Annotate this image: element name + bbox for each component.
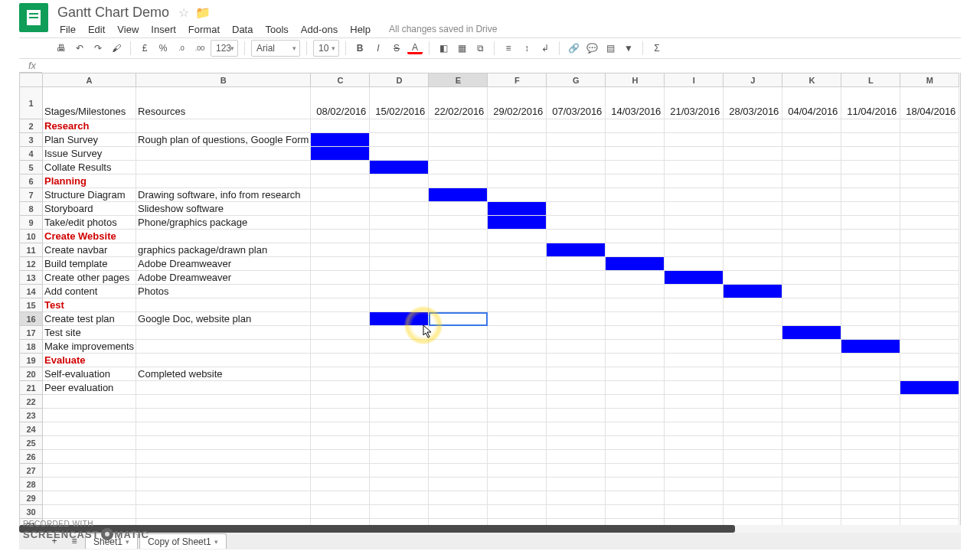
cell-C15[interactable] [311,298,370,312]
cell-L7[interactable] [841,188,900,202]
cell-J7[interactable] [724,188,782,202]
cell-B22[interactable] [136,395,311,409]
cell-B23[interactable] [136,409,311,422]
cell-A25[interactable] [43,436,136,450]
cell-E1[interactable]: 22/02/2016 [429,87,488,119]
cell-D26[interactable] [370,450,429,464]
cell-H24[interactable] [606,422,665,436]
cell-M3[interactable] [900,133,959,147]
col-header-D[interactable]: D [370,73,429,87]
cell-E15[interactable] [429,298,488,312]
cell-M22[interactable] [900,395,959,409]
cell-F2[interactable] [488,119,547,133]
cell-G14[interactable] [547,285,606,298]
cell-I25[interactable] [665,436,724,450]
cell-J10[interactable] [724,230,782,243]
cell-M24[interactable] [900,422,959,436]
cell-F25[interactable] [488,436,547,450]
cell-K12[interactable] [782,257,841,271]
cell-A12[interactable]: Build template [43,257,136,271]
cell-K4[interactable] [782,147,841,161]
cell-K29[interactable] [782,491,841,505]
cell-F5[interactable] [488,161,547,174]
cell-E6[interactable] [429,174,488,188]
row-header-2[interactable]: 2 [20,119,43,133]
cell-H2[interactable] [606,119,665,133]
cell-M15[interactable] [900,298,959,312]
cell-C19[interactable] [311,354,370,367]
menu-addons[interactable]: Add-ons [295,22,344,37]
menu-data[interactable]: Data [226,22,259,37]
cell-M8[interactable] [900,202,959,216]
cell-H15[interactable] [606,298,665,312]
cell-F28[interactable] [488,478,547,491]
cell-J2[interactable] [724,119,782,133]
menu-format[interactable]: Format [182,22,226,37]
row-header-15[interactable]: 15 [20,298,43,312]
cell-E24[interactable] [429,422,488,436]
cell-D28[interactable] [370,478,429,491]
col-header-M[interactable]: M [900,73,959,87]
cell-J24[interactable] [724,422,782,436]
cell-F23[interactable] [488,409,547,422]
paint-format-icon[interactable]: 🖌 [109,41,124,56]
cell-D6[interactable] [370,174,429,188]
cell-I4[interactable] [665,147,724,161]
cell-H30[interactable] [606,505,665,519]
cell-I7[interactable] [665,188,724,202]
cell-B20[interactable]: Completed website [136,367,311,381]
comment-icon[interactable]: 💬 [584,41,599,56]
cell-L27[interactable] [841,464,900,478]
menu-edit[interactable]: Edit [82,22,111,37]
cell-J21[interactable] [724,381,782,395]
cell-G10[interactable] [547,230,606,243]
cell-H12[interactable] [606,257,665,271]
cell-I8[interactable] [665,202,724,216]
cell-J13[interactable] [724,271,782,285]
col-header-L[interactable]: L [841,73,900,87]
cell-B8[interactable]: Slideshow software [136,202,311,216]
cell-K25[interactable] [782,436,841,450]
cell-K21[interactable] [782,381,841,395]
cell-J28[interactable] [724,478,782,491]
cell-E22[interactable] [429,395,488,409]
row-header-12[interactable]: 12 [20,257,43,271]
cell-A19[interactable]: Evaluate [43,354,136,367]
cell-B9[interactable]: Phone/graphics package [136,216,311,230]
cell-A27[interactable] [43,464,136,478]
cell-B13[interactable]: Adobe Dreamweaver [136,271,311,285]
cell-H7[interactable] [606,188,665,202]
cell-L29[interactable] [841,491,900,505]
cell-C18[interactable] [311,340,370,354]
cell-G30[interactable] [547,505,606,519]
cell-E9[interactable] [429,216,488,230]
cell-E8[interactable] [429,202,488,216]
cell-I20[interactable] [665,367,724,381]
cell-F6[interactable] [488,174,547,188]
cell-D12[interactable] [370,257,429,271]
cell-D27[interactable] [370,464,429,478]
folder-icon[interactable]: 📁 [195,5,211,20]
spreadsheet-grid[interactable]: ABCDEFGHIJKLM1Stages/MilestonesResources… [19,73,961,536]
cell-K24[interactable] [782,422,841,436]
cell-D10[interactable] [370,230,429,243]
cell-G4[interactable] [547,147,606,161]
cell-H3[interactable] [606,133,665,147]
cell-H26[interactable] [606,450,665,464]
cell-K22[interactable] [782,395,841,409]
increase-decimal-icon[interactable]: .00 [192,41,207,56]
cell-E14[interactable] [429,285,488,298]
cell-G5[interactable] [547,161,606,174]
cell-I19[interactable] [665,354,724,367]
cell-I9[interactable] [665,216,724,230]
cell-H27[interactable] [606,464,665,478]
cell-J29[interactable] [724,491,782,505]
cell-I28[interactable] [665,478,724,491]
cell-L5[interactable] [841,161,900,174]
cell-K15[interactable] [782,298,841,312]
cell-G17[interactable] [547,326,606,340]
doc-title[interactable]: Gantt Chart Demo [54,3,172,22]
cell-L4[interactable] [841,147,900,161]
cell-F26[interactable] [488,450,547,464]
cell-C2[interactable] [311,119,370,133]
